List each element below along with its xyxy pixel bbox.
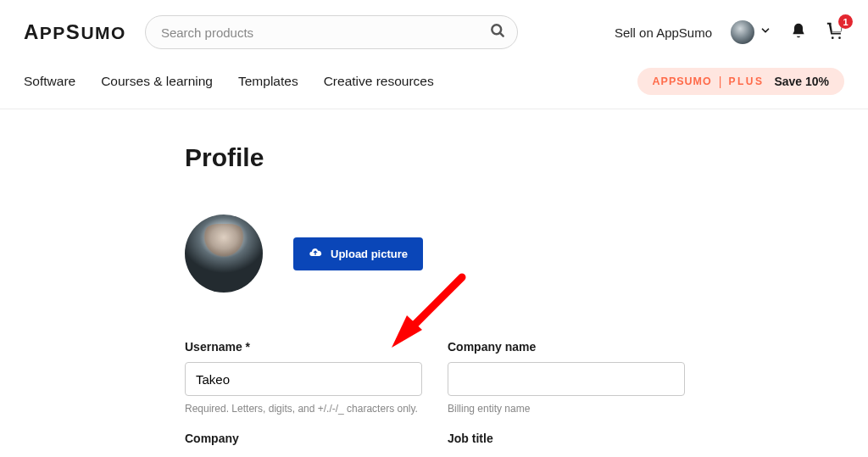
account-menu[interactable]	[731, 20, 771, 44]
search-wrap	[145, 15, 518, 49]
company-label: Company	[185, 432, 422, 445]
svg-line-1	[500, 33, 504, 36]
company-name-input[interactable]	[448, 362, 685, 396]
avatar-icon	[731, 20, 754, 44]
nav-item-courses[interactable]: Courses & learning	[101, 74, 213, 89]
company-name-help: Billing entity name	[448, 403, 685, 415]
upload-picture-button[interactable]: Upload picture	[293, 237, 423, 270]
notifications-icon[interactable]	[790, 22, 807, 42]
nav-item-templates[interactable]: Templates	[238, 74, 298, 89]
plus-save-text: Save 10%	[774, 75, 829, 88]
cloud-upload-icon	[309, 246, 322, 262]
nav-item-software[interactable]: Software	[24, 74, 75, 89]
username-label: Username *	[185, 340, 422, 354]
cart-badge: 1	[838, 14, 853, 29]
plus-separator: |	[719, 75, 722, 88]
sell-on-appsumo-link[interactable]: Sell on AppSumo	[615, 25, 712, 40]
plus-word: PLUS	[728, 75, 764, 87]
content: Profile Upload picture Username * Requir…	[0, 109, 868, 454]
appsumo-plus-pill[interactable]: APPSUMO | PLUS Save 10%	[637, 68, 844, 95]
plus-logo: APPSUMO	[653, 75, 712, 87]
chevron-down-icon	[760, 25, 771, 40]
cart-icon[interactable]: 1	[826, 21, 844, 43]
search-input[interactable]	[145, 15, 518, 49]
profile-avatar	[185, 215, 263, 293]
logo[interactable]: APPSUMO	[24, 20, 126, 44]
field-username: Username * Required. Letters, digits, an…	[185, 340, 422, 415]
form-grid: Username * Required. Letters, digits, an…	[185, 340, 868, 454]
username-help: Required. Letters, digits, and +/./-/_ c…	[185, 403, 422, 415]
upload-picture-label: Upload picture	[331, 248, 408, 260]
nav-item-creative[interactable]: Creative resources	[324, 74, 434, 89]
field-company-name: Company name Billing entity name	[448, 340, 685, 415]
search-icon[interactable]	[489, 22, 506, 42]
field-company: Company	[185, 432, 422, 454]
top-bar: APPSUMO Sell on AppSumo 1	[0, 0, 868, 59]
company-name-label: Company name	[448, 340, 685, 354]
nav-bar: Software Courses & learning Templates Cr…	[0, 59, 868, 109]
username-input[interactable]	[185, 362, 422, 396]
field-job-title: Job title	[448, 432, 685, 454]
picture-row: Upload picture	[185, 215, 868, 293]
job-title-label: Job title	[448, 432, 685, 445]
page-title: Profile	[185, 143, 868, 172]
